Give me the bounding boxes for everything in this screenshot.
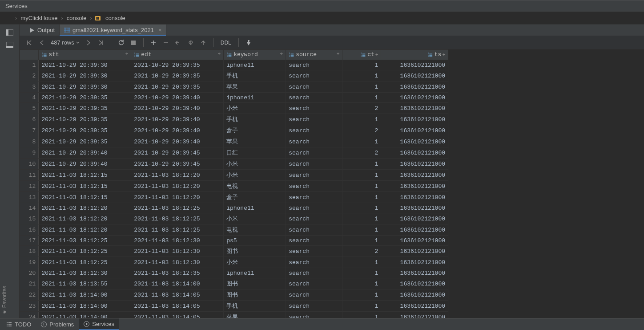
cell-source[interactable]: search <box>286 147 342 159</box>
cell-ts[interactable]: 1636102121000 <box>381 170 448 181</box>
column-header-ct[interactable]: ⁞≣ct÷ <box>342 50 381 60</box>
row-number[interactable]: 7 <box>20 125 39 136</box>
table-row[interactable]: 212021-11-03 18:13:552021-11-03 18:14:00… <box>20 278 448 289</box>
cell-edt[interactable]: 2021-11-03 18:12:25 <box>131 203 224 213</box>
cell-source[interactable]: search <box>286 81 342 93</box>
cell-edt[interactable]: 2021-10-29 20:39:35 <box>131 81 224 93</box>
column-header-edt[interactable]: ⁞≣edt÷ <box>131 50 224 60</box>
cell-keyword[interactable]: 苹果 <box>224 81 286 93</box>
cell-ct[interactable]: 1 <box>342 70 381 81</box>
table-row[interactable]: 12021-10-29 20:39:302021-10-29 20:39:35i… <box>20 60 448 70</box>
table-row[interactable]: 22021-10-29 20:39:302021-10-29 20:39:35手… <box>20 70 448 81</box>
cell-edt[interactable]: 2021-11-03 18:14:05 <box>131 301 224 312</box>
cell-source[interactable]: search <box>286 181 342 192</box>
cell-stt[interactable]: 2021-10-29 20:39:40 <box>39 147 131 159</box>
table-row[interactable]: 102021-10-29 20:39:402021-10-29 20:39:45… <box>20 159 448 170</box>
ddl-button[interactable]: DDL <box>218 40 234 46</box>
cell-source[interactable]: search <box>286 257 342 268</box>
cell-stt[interactable]: 2021-11-03 18:14:00 <box>39 312 131 319</box>
table-row[interactable]: 72021-10-29 20:39:352021-10-29 20:39:40盒… <box>20 125 448 136</box>
cell-keyword[interactable]: 苹果 <box>224 312 286 319</box>
table-row[interactable]: 202021-11-03 18:12:302021-11-03 18:12:35… <box>20 268 448 278</box>
add-row-button[interactable] <box>148 37 159 48</box>
row-number[interactable]: 10 <box>20 159 39 170</box>
row-number[interactable]: 20 <box>20 268 39 278</box>
cell-stt[interactable]: 2021-10-29 20:39:40 <box>39 159 131 170</box>
cell-ts[interactable]: 1636102121000 <box>381 147 448 159</box>
layout-alt-icon[interactable] <box>5 41 14 49</box>
cell-ct[interactable]: 1 <box>342 81 381 93</box>
row-number[interactable]: 17 <box>20 236 39 246</box>
cell-ct[interactable]: 1 <box>342 159 381 170</box>
cell-keyword[interactable]: 图书 <box>224 246 286 257</box>
breadcrumb-item[interactable]: console <box>105 15 126 21</box>
stop-button[interactable] <box>128 37 139 48</box>
cell-keyword[interactable]: iphone11 <box>224 203 286 213</box>
cell-stt[interactable]: 2021-10-29 20:39:30 <box>39 81 131 93</box>
cell-ct[interactable]: 1 <box>342 312 381 319</box>
row-number[interactable]: 9 <box>20 147 39 159</box>
cell-stt[interactable]: 2021-10-29 20:39:35 <box>39 136 131 147</box>
revert-button[interactable] <box>173 37 184 48</box>
cell-source[interactable]: search <box>286 268 342 278</box>
cell-keyword[interactable]: 图书 <box>224 289 286 301</box>
table-row[interactable]: 222021-11-03 18:14:002021-11-03 18:14:05… <box>20 289 448 301</box>
first-page-button[interactable] <box>24 37 35 48</box>
cell-edt[interactable]: 2021-10-29 20:39:35 <box>131 70 224 81</box>
pin-icon[interactable] <box>243 37 254 48</box>
row-number[interactable]: 8 <box>20 136 39 147</box>
table-row[interactable]: 112021-11-03 18:12:152021-11-03 18:12:20… <box>20 170 448 181</box>
cell-stt[interactable]: 2021-11-03 18:12:15 <box>39 192 131 203</box>
cell-ct[interactable]: 1 <box>342 236 381 246</box>
row-number[interactable]: 11 <box>20 170 39 181</box>
cell-edt[interactable]: 2021-10-29 20:39:40 <box>131 93 224 103</box>
cell-stt[interactable]: 2021-11-03 18:13:55 <box>39 278 131 289</box>
cell-stt[interactable]: 2021-11-03 18:12:30 <box>39 268 131 278</box>
cell-source[interactable]: search <box>286 114 342 125</box>
cell-stt[interactable]: 2021-10-29 20:39:30 <box>39 60 131 70</box>
cell-ct[interactable]: 1 <box>342 192 381 203</box>
cell-ct[interactable]: 1 <box>342 278 381 289</box>
column-header-ts[interactable]: ⁞≣ts÷ <box>381 50 448 60</box>
prev-page-button[interactable] <box>36 37 47 48</box>
cell-ts[interactable]: 1636102121000 <box>381 81 448 93</box>
cell-stt[interactable]: 2021-11-03 18:12:20 <box>39 224 131 236</box>
row-number[interactable]: 5 <box>20 103 39 114</box>
row-number[interactable]: 24 <box>20 312 39 319</box>
cell-edt[interactable]: 2021-11-03 18:12:20 <box>131 192 224 203</box>
cell-stt[interactable]: 2021-10-29 20:39:35 <box>39 93 131 103</box>
cell-ct[interactable]: 1 <box>342 224 381 236</box>
refresh-button[interactable] <box>116 37 126 48</box>
cell-ts[interactable]: 1636102121000 <box>381 203 448 213</box>
cell-source[interactable]: search <box>286 224 342 236</box>
cell-source[interactable]: search <box>286 125 342 136</box>
table-row[interactable]: 152021-11-03 18:12:202021-11-03 18:12:25… <box>20 213 448 224</box>
cell-ct[interactable]: 2 <box>342 103 381 114</box>
row-number[interactable]: 22 <box>20 289 39 301</box>
cell-edt[interactable]: 2021-11-03 18:12:30 <box>131 257 224 268</box>
cell-stt[interactable]: 2021-11-03 18:12:20 <box>39 203 131 213</box>
row-number[interactable]: 14 <box>20 203 39 213</box>
cell-edt[interactable]: 2021-11-03 18:12:30 <box>131 236 224 246</box>
cell-stt[interactable]: 2021-11-03 18:12:20 <box>39 213 131 224</box>
cell-ct[interactable]: 2 <box>342 147 381 159</box>
cell-ts[interactable]: 1636102121000 <box>381 125 448 136</box>
cell-keyword[interactable]: 盒子 <box>224 125 286 136</box>
cell-ts[interactable]: 1636102121000 <box>381 159 448 170</box>
cell-ct[interactable]: 1 <box>342 301 381 312</box>
cell-ct[interactable]: 1 <box>342 203 381 213</box>
next-page-button[interactable] <box>83 37 94 48</box>
cell-edt[interactable]: 2021-10-29 20:39:35 <box>131 60 224 70</box>
cell-source[interactable]: search <box>286 278 342 289</box>
row-number[interactable]: 21 <box>20 278 39 289</box>
cell-keyword[interactable]: 苹果 <box>224 136 286 147</box>
cell-keyword[interactable]: 小米 <box>224 257 286 268</box>
table-row[interactable]: 182021-11-03 18:12:252021-11-03 18:12:30… <box>20 246 448 257</box>
cell-edt[interactable]: 2021-11-03 18:12:30 <box>131 246 224 257</box>
cell-keyword[interactable]: 手机 <box>224 114 286 125</box>
cell-ts[interactable]: 1636102121000 <box>381 136 448 147</box>
cell-stt[interactable]: 2021-11-03 18:12:25 <box>39 246 131 257</box>
column-header-source[interactable]: ⁞≣source÷ <box>286 50 342 60</box>
cell-ct[interactable]: 1 <box>342 181 381 192</box>
cell-stt[interactable]: 2021-10-29 20:39:30 <box>39 70 131 81</box>
